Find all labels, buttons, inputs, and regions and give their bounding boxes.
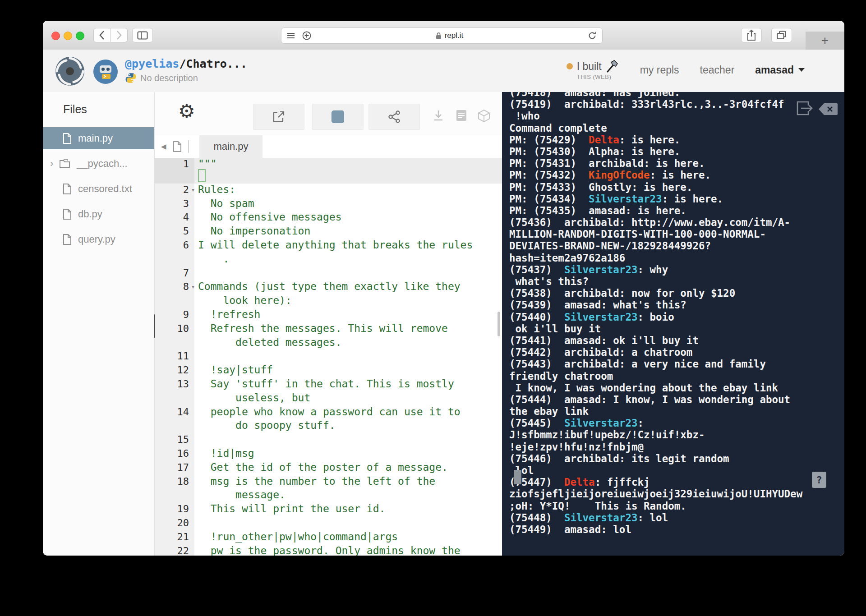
console-export-icon[interactable] [795,99,815,119]
zoom-window-button[interactable] [76,32,84,40]
file-item-censored-txt[interactable]: censored.txt [43,178,154,200]
tab-scroll-left-icon[interactable]: ◀ [161,143,166,151]
code-text[interactable]: !refresh [194,308,502,322]
code-text[interactable]: No offensive messages [194,211,502,225]
sidebar-toggle-button[interactable] [132,28,153,42]
console-clear-icon[interactable] [818,103,838,117]
chevron-right-icon: › [50,158,53,170]
files-list: main.py›__pycach...censored.txtdb.pyquer… [43,127,154,253]
console-line: ok i'll buy it [509,323,844,335]
code-text[interactable]: !run_other|pw|who|command|args [194,531,502,545]
code-line-2: 2▾Rules: [155,184,502,198]
code-text[interactable]: Commands (just type them exactly like th… [194,280,502,308]
editor-scrollbar[interactable] [497,312,500,336]
console-line: (75442) archibald: a chatroom [509,346,844,358]
forward-button[interactable] [111,28,128,42]
console-line: PM: (75432) KingOfCode: is here. [509,169,844,181]
package-cube-icon[interactable] [478,109,490,124]
i-built-label: I built [577,60,602,73]
replit-logo-icon[interactable] [55,56,85,88]
settings-gear-icon[interactable]: ⚙ [178,100,195,122]
gutter-line-number: 3 [155,198,194,211]
code-text[interactable]: """ [194,158,502,184]
my-repls-link[interactable]: my repls [640,64,679,76]
open-in-new-window-button[interactable] [253,104,304,130]
code-text[interactable]: This will print the user id. [194,503,502,517]
file-document-icon[interactable] [456,109,467,124]
code-text[interactable]: msg is the number to the left of the mes… [194,475,502,503]
gutter-line-number: 13 [155,378,194,406]
refresh-icon[interactable] [588,31,597,40]
chevron-right-icon [116,30,122,40]
gutter-line-number: 22 [155,545,194,556]
code-line-1: 1""" [155,158,502,184]
code-line-6: 6I will delete anything that breaks the … [155,239,502,267]
file-item-main-py[interactable]: main.py [43,127,154,149]
gutter-line-number: 17 [155,461,194,475]
file-item-query-py[interactable]: query.py [43,228,154,250]
terminal-cursor [514,470,521,484]
repl-title: @pyelias/Chatro... [125,57,247,70]
code-text[interactable]: Say 'stuff' in the chat. This is mostly … [194,378,502,406]
file-label: query.py [78,234,115,245]
code-text[interactable] [194,433,502,447]
minimize-window-button[interactable] [64,32,72,40]
username-label: amasad [755,64,794,76]
new-file-icon[interactable] [173,141,182,152]
console-line: I know, I was wondering about the ebay l… [509,382,844,394]
tab-main-py[interactable]: main.py [199,135,263,158]
stop-button[interactable] [312,104,364,130]
code-line-21: 21 !run_other|pw|who|command|args [155,531,502,545]
console-line: lol [509,464,844,476]
code-editor[interactable]: 1"""2▾Rules:3 No spam4 No offensive mess… [155,158,502,556]
console-line: MILLION-RANDOM-DIGITS-WITH-100-000-NORMA… [509,228,844,240]
code-text[interactable]: people who know a password can use it to… [194,406,502,434]
code-text[interactable]: !id|msg [194,447,502,461]
new-tab-button[interactable]: + [806,32,844,50]
tab-separator [188,140,189,153]
share-page-button[interactable] [741,28,762,42]
teacher-link[interactable]: teacher [700,64,735,76]
code-text[interactable]: Get the id of the poster of a message. [194,461,502,475]
tab-label: main.py [213,141,248,152]
code-text[interactable]: Rules: [194,184,502,198]
file-item--pycach-[interactable]: ›__pycach... [43,152,154,175]
code-text[interactable] [194,267,502,281]
share-repl-button[interactable] [369,104,420,130]
add-page-icon[interactable] [302,31,311,40]
code-text[interactable] [194,517,502,531]
console-line: (75418) amasad: has joined. [509,92,844,98]
i-built-this-link[interactable]: I built THIS (WEB) [567,60,619,80]
close-window-button[interactable] [51,32,60,40]
show-tabs-button[interactable] [771,28,792,42]
code-text[interactable]: I will delete anything that breaks the r… [194,239,502,267]
code-text[interactable]: Refresh the messages. This will remove d… [194,322,502,350]
code-line-20: 20 [155,517,502,531]
gutter-line-number: 9 [155,308,194,322]
gutter-line-number: 21 [155,531,194,545]
console-line: (75444) amasad: I know, I was wondering … [509,394,844,405]
code-text[interactable]: No spam [194,198,502,211]
code-text[interactable]: !say|stuff [194,364,502,378]
address-bar[interactable]: repl.it [281,28,603,44]
code-text[interactable]: No impersonation [194,225,502,239]
code-text[interactable] [194,350,502,364]
user-menu[interactable]: amasad [755,64,805,76]
console-line: (75419) archibald: 333rl43rlc.,3..-3r04f… [509,98,844,110]
gutter-line-number: 16 [155,447,194,461]
user-avatar[interactable] [93,60,118,86]
gutter-line-number: 5 [155,225,194,239]
console-line: (75443) archibald: a very nice and famil… [509,358,844,370]
file-item-db-py[interactable]: db.py [43,203,154,225]
console-line: !who [509,110,844,122]
export-icon [272,110,286,124]
code-line-22: 22 pw is the password. Only admins know … [155,545,502,556]
console-help-button[interactable]: ? [812,472,826,488]
download-icon[interactable] [432,109,445,124]
back-button[interactable] [93,28,111,42]
console-line: the ebay link [509,405,844,417]
pane-resize-handle[interactable] [154,314,155,338]
repl-author-link[interactable]: @pyelias [125,57,179,70]
reader-icon[interactable] [287,32,295,39]
code-text[interactable]: pw is the password. Only admins know the… [194,545,502,556]
